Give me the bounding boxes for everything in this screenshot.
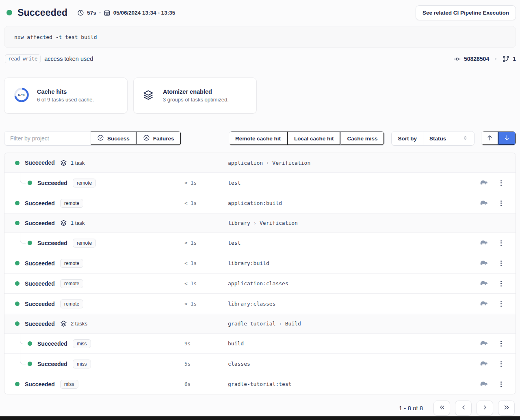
gradle-elephant-icon[interactable] (480, 300, 488, 308)
gradle-elephant-icon[interactable] (480, 280, 488, 287)
row-menu-button[interactable] (499, 239, 503, 248)
previous-page-button[interactable] (455, 401, 472, 416)
row-menu-button[interactable] (499, 279, 503, 288)
task-duration: 5s (184, 361, 228, 367)
atomizer-card[interactable]: Atomizer enabled 3 groups of tasks optim… (133, 78, 257, 114)
sort-descending-button[interactable] (498, 131, 516, 145)
row-menu-button[interactable] (499, 259, 503, 268)
gradle-elephant-icon[interactable] (480, 259, 488, 267)
chevron-right-icon: › (254, 220, 256, 226)
gradle-elephant-icon[interactable] (480, 239, 488, 247)
task-group-row[interactable]: Succeeded2 tasksgradle-tutorial›Build (4, 314, 516, 333)
pagination: 1 - 8 of 8 (4, 401, 516, 416)
gradle-elephant-icon[interactable] (480, 340, 488, 347)
layers-icon (60, 159, 67, 166)
row-menu-button[interactable] (499, 380, 503, 389)
task-duration: < 1s (184, 240, 228, 246)
cache-hits-card[interactable]: 67% Cache hits 6 of 9 tasks used cache. (4, 78, 128, 114)
gradle-elephant-icon[interactable] (480, 380, 488, 388)
commit-id[interactable]: 50828504 (464, 56, 489, 62)
cache-status-badge: remote (60, 199, 83, 208)
task-row[interactable]: Succeededmiss5sclasses (4, 353, 516, 374)
group-target-path: library›Verification (228, 220, 505, 226)
check-circle-icon (97, 134, 104, 142)
chevron-right-icon (482, 404, 488, 412)
atomizer-subtitle: 3 groups of tasks optimized. (163, 97, 229, 103)
layers-icon (60, 220, 67, 226)
cache-status-badge: remote (60, 299, 83, 308)
pagination-label: 1 - 8 of 8 (399, 405, 423, 411)
task-duration: < 1s (184, 280, 228, 286)
run-date-range: 05/06/2024 13:34 - 13:35 (104, 9, 175, 16)
chevron-right-icon: › (279, 321, 282, 327)
group-target-path: application›Verification (228, 160, 505, 166)
task-row[interactable]: Succeededmiss6sgradle-tutorial:test (4, 374, 516, 394)
status-dot-icon (15, 161, 20, 165)
row-status-label: Succeeded (25, 280, 55, 287)
calendar-icon (104, 9, 110, 16)
row-status-label: Succeeded (37, 340, 67, 347)
task-row[interactable]: Succeededmiss9sbuild (4, 333, 516, 353)
cache-hits-title: Cache hits (37, 88, 94, 95)
chevrons-right-icon (503, 404, 510, 412)
task-group-row[interactable]: Succeeded1 tasklibrary›Verification (4, 213, 516, 233)
row-status-label: Succeeded (25, 381, 55, 388)
sort-group: Sort by Status (391, 131, 474, 146)
see-related-ci-pipeline-button[interactable]: See related CI Pipeline Execution (416, 5, 516, 20)
tree-connector (15, 354, 28, 374)
row-menu-button[interactable] (499, 339, 503, 348)
task-row[interactable]: Succeededremote< 1slibrary:classes (4, 293, 516, 314)
cache-status-badge: remote (60, 279, 83, 288)
status-dot-icon (6, 10, 12, 15)
task-count-label: 1 task (71, 160, 85, 166)
task-name: gradle-tutorial:test (228, 381, 480, 387)
chevron-updown-icon (462, 135, 468, 142)
filter-cache-miss-button[interactable]: Cache miss (340, 131, 384, 145)
cache-status-badge: remote (73, 239, 96, 248)
first-page-button[interactable] (433, 401, 450, 416)
filter-failures-button[interactable]: Failures (136, 131, 181, 145)
sort-ascending-button[interactable] (481, 131, 498, 145)
task-name: classes (228, 361, 480, 367)
row-menu-button[interactable] (499, 179, 503, 187)
filter-remote-cache-hit-button[interactable]: Remote cache hit (229, 131, 288, 145)
gradle-elephant-icon[interactable] (480, 199, 488, 207)
task-duration: < 1s (184, 180, 228, 186)
gradle-elephant-icon[interactable] (480, 360, 488, 368)
filter-local-cache-hit-button[interactable]: Local cache hit (288, 131, 341, 145)
status-dot-icon (28, 241, 32, 245)
last-page-button[interactable] (498, 401, 515, 416)
access-token-badge: read-write (5, 54, 41, 63)
task-group-row[interactable]: Succeeded1 taskapplication›Verification (4, 153, 516, 172)
row-status-label: Succeeded (25, 301, 55, 307)
next-page-button[interactable] (477, 401, 493, 416)
row-status-label: Succeeded (25, 220, 55, 226)
task-row[interactable]: Succeededremote< 1slibrary:build (4, 253, 516, 273)
gradle-elephant-icon[interactable] (480, 179, 488, 187)
filter-success-button[interactable]: Success (91, 131, 136, 145)
filter-by-project-input[interactable] (4, 135, 91, 142)
status-dot-icon (28, 181, 32, 185)
status-dot-icon (15, 321, 20, 326)
task-row[interactable]: Succeededremote< 1sapplication:classes (4, 273, 516, 293)
group-target-path: gradle-tutorial›Build (228, 321, 505, 327)
sort-select[interactable]: Status (423, 131, 474, 145)
layers-icon (143, 89, 154, 102)
row-menu-button[interactable] (499, 360, 503, 368)
task-name: library:build (228, 260, 480, 266)
task-row[interactable]: Succeededremote< 1sapplication:build (4, 193, 516, 213)
row-menu-button[interactable] (499, 199, 503, 208)
status-dot-icon (28, 341, 32, 346)
row-menu-button[interactable] (499, 299, 503, 308)
branch-count[interactable]: 1 (513, 56, 516, 62)
tree-connector (15, 233, 28, 253)
task-duration: 9s (184, 340, 228, 347)
status-dot-icon (15, 302, 20, 306)
token-row: read-write access token used 50828504 1 (4, 54, 516, 64)
chevron-left-icon (460, 404, 467, 412)
task-row[interactable]: Succeededremote< 1stest (4, 233, 516, 253)
task-row[interactable]: Succeededremote< 1stest (4, 172, 516, 193)
cache-progress-ring: 67% (13, 87, 30, 105)
atomizer-title: Atomizer enabled (163, 88, 229, 95)
run-header: Succeeded 57s 05/06/2024 13:34 - 13:35 S… (4, 3, 516, 22)
